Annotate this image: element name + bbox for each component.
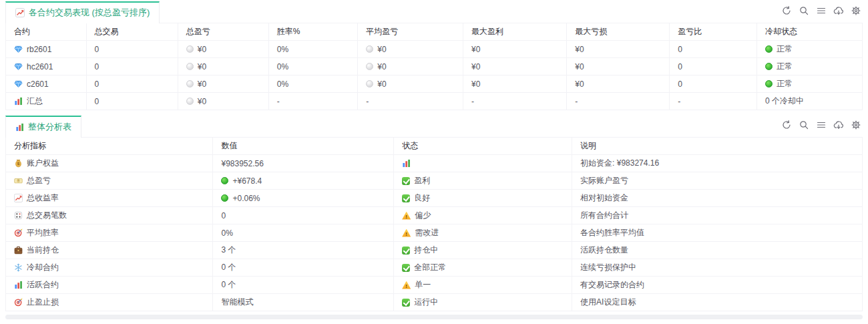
cloud-download-icon[interactable] xyxy=(833,5,844,16)
gray-circle-icon xyxy=(186,45,194,53)
table-row: 活跃合约 0 个 单一 有交易记录的合约 xyxy=(6,277,863,294)
bar-chart-icon xyxy=(14,281,23,289)
contract-name: c2601 xyxy=(27,79,49,89)
max-profit-cell: - xyxy=(463,93,567,110)
description-cell: 所有合约合计 xyxy=(572,207,863,224)
total-pnl-value: ¥0 xyxy=(198,45,206,54)
gray-circle-icon xyxy=(186,80,194,88)
contract-name: hc2601 xyxy=(27,62,53,71)
green-circle-icon xyxy=(221,194,228,202)
table-row: 平均胜率 0% 需改进 各合约胜率平均值 xyxy=(6,224,863,242)
col-cooldown-status: 冷却状态 xyxy=(757,23,863,41)
cooldown-status: 正常 xyxy=(777,61,793,72)
pnl-ratio-cell: 0 xyxy=(670,75,757,93)
table-row: 总收益率 +0.06% 良好 相对初始资金 xyxy=(6,190,863,207)
contracts-performance-panel: 各合约交易表现 (按总盈亏排序) 合约 总交易 总盈亏 胜率% 平均盈亏 最大盈… xyxy=(5,0,863,110)
gem-icon xyxy=(14,62,23,71)
tab-label: 整体分析表 xyxy=(28,121,71,133)
chart-up-icon xyxy=(15,8,25,17)
warning-icon xyxy=(402,212,411,220)
max-loss-cell: - xyxy=(567,93,670,110)
bar-chart-icon xyxy=(402,159,411,168)
menu-icon[interactable] xyxy=(816,120,827,130)
table-row: $账户权益 ¥983952.56 初始资金: ¥983274.16 xyxy=(6,155,863,172)
settings-icon[interactable] xyxy=(851,5,861,16)
table-row: rb2601 0 ¥0 0% ¥0 ¥0 ¥0 0 正常 xyxy=(6,41,863,58)
avg-pnl-value: ¥0 xyxy=(377,45,386,54)
tab-contracts-performance[interactable]: 各合约交易表现 (按总盈亏排序) xyxy=(5,1,160,23)
pnl-ratio-cell: 0 xyxy=(670,58,757,75)
avg-pnl-value: ¥0 xyxy=(377,79,386,89)
green-circle-icon xyxy=(765,63,773,70)
col-status: 状态 xyxy=(394,138,572,155)
table-row: c2601 0 ¥0 0% ¥0 ¥0 ¥0 0 正常 xyxy=(6,75,863,93)
indicator-name: 冷却合约 xyxy=(27,262,59,273)
bar-chart-icon xyxy=(15,123,24,132)
check-icon xyxy=(402,299,410,307)
bar-chart-icon xyxy=(14,97,23,106)
pnl-ratio-cell: - xyxy=(670,93,757,110)
status-text: 单一 xyxy=(415,279,431,291)
search-icon[interactable] xyxy=(799,120,809,130)
table-row: 当前持仓 3 个 持仓中 活跃持仓数量 xyxy=(6,242,863,259)
green-circle-icon xyxy=(765,80,773,88)
panel1-toolbar xyxy=(781,5,861,16)
status-text: 持仓中 xyxy=(414,245,438,256)
total-trades-cell: 0 xyxy=(86,75,178,93)
analysis-tabbar: 整体分析表 xyxy=(5,114,863,138)
description-cell: 活跃持仓数量 xyxy=(572,242,863,259)
col-max-profit: 最大盈利 xyxy=(463,23,567,41)
avg-pnl-cell: - xyxy=(358,93,463,110)
gray-circle-icon xyxy=(366,63,373,70)
banknote-icon: ¥ xyxy=(14,176,23,185)
cooldown-cell: 0 个冷却中 xyxy=(757,93,863,110)
total-trades-cell: 0 xyxy=(86,93,178,110)
briefcase-icon xyxy=(14,246,23,255)
total-trades-cell: 0 xyxy=(86,41,178,58)
max-profit-cell: ¥0 xyxy=(463,75,567,93)
tab-overall-analysis[interactable]: 整体分析表 xyxy=(5,116,81,138)
settings-icon[interactable] xyxy=(851,120,861,130)
warning-icon xyxy=(402,229,411,237)
description-cell: 相对初始资金 xyxy=(572,190,863,207)
total-pnl-value: ¥0 xyxy=(198,79,206,89)
table-row: ¥总盈亏 +¥678.4 盈利 实际账户盈亏 xyxy=(6,172,863,190)
total-pnl-value: ¥0 xyxy=(198,62,206,71)
value-text: +¥678.4 xyxy=(232,176,262,186)
dice-icon xyxy=(14,211,23,220)
value-cell: ¥983952.56 xyxy=(213,155,394,172)
menu-icon[interactable] xyxy=(816,5,827,16)
panel2-toolbar xyxy=(781,120,861,130)
green-circle-icon xyxy=(221,177,228,184)
chart-up-icon xyxy=(14,194,23,202)
col-max-loss: 最大亏损 xyxy=(567,23,670,41)
value-cell: 0 xyxy=(213,207,394,224)
winrate-cell: 0% xyxy=(268,41,357,58)
indicator-name: 平均胜率 xyxy=(27,227,59,238)
max-loss-cell: ¥0 xyxy=(567,41,670,58)
indicator-name: 当前持仓 xyxy=(27,245,59,256)
col-indicator: 分析指标 xyxy=(6,138,213,155)
check-icon xyxy=(402,194,410,202)
search-icon[interactable] xyxy=(799,5,809,16)
table-row: hc2601 0 ¥0 0% ¥0 ¥0 ¥0 0 正常 xyxy=(6,58,863,75)
bottom-scrollbar-track[interactable] xyxy=(5,315,863,319)
gray-circle-icon xyxy=(186,98,194,105)
gray-circle-icon xyxy=(366,45,373,53)
target-icon xyxy=(14,298,23,307)
gem-icon xyxy=(14,79,23,88)
total-trades-cell: 0 xyxy=(86,58,178,75)
analysis-table: 分析指标 数值 状态 说明 $账户权益 ¥983952.56 初始资金: ¥98… xyxy=(5,137,863,311)
value-cell: 0 个 xyxy=(213,259,394,277)
refresh-icon[interactable] xyxy=(781,5,792,16)
max-loss-cell: ¥0 xyxy=(567,58,670,75)
col-description: 说明 xyxy=(572,138,863,155)
snowflake-icon xyxy=(14,263,23,272)
contracts-header-row: 合约 总交易 总盈亏 胜率% 平均盈亏 最大盈利 最大亏损 盈亏比 冷却状态 xyxy=(6,23,863,41)
max-profit-cell: ¥0 xyxy=(463,58,567,75)
money-bag-icon: $ xyxy=(14,159,23,168)
cloud-download-icon[interactable] xyxy=(833,120,844,130)
status-text: 全部正常 xyxy=(414,262,446,273)
contracts-table: 合约 总交易 总盈亏 胜率% 平均盈亏 最大盈利 最大亏损 盈亏比 冷却状态 r… xyxy=(5,23,863,110)
refresh-icon[interactable] xyxy=(781,120,792,130)
